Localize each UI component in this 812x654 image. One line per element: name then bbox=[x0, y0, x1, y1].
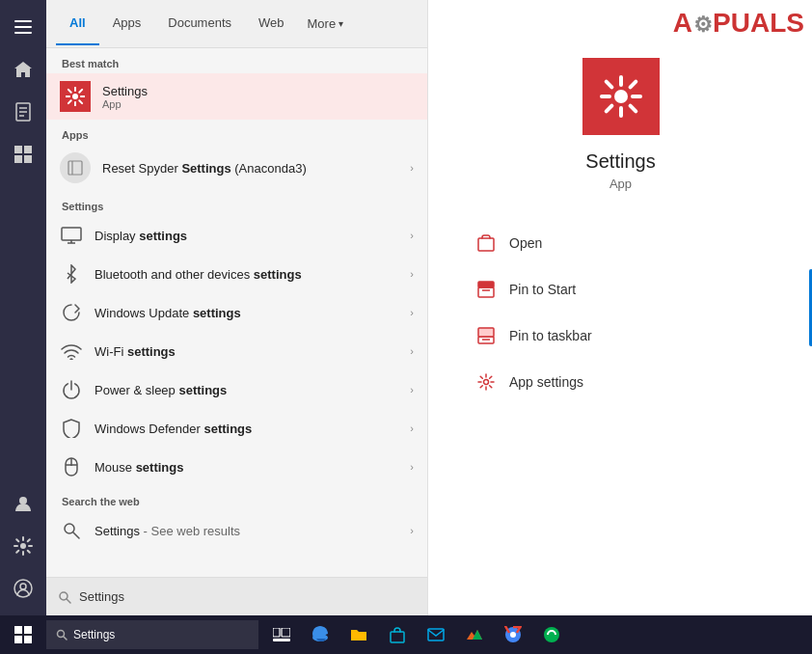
taskbar-task-view[interactable] bbox=[264, 617, 299, 652]
svg-point-21 bbox=[70, 359, 72, 360]
update-icon bbox=[60, 301, 83, 324]
results-list: Best match Settings App Apps bbox=[46, 48, 427, 577]
wifi-arrow-icon: › bbox=[410, 345, 414, 357]
defender-icon bbox=[60, 417, 83, 440]
pin-start-action[interactable]: Pin to Start bbox=[467, 268, 774, 311]
tab-documents[interactable]: Documents bbox=[154, 2, 245, 45]
mouse-settings-item[interactable]: Mouse settings › bbox=[46, 448, 427, 486]
display-arrow-icon: › bbox=[410, 230, 414, 241]
svg-rect-0 bbox=[14, 20, 32, 22]
web-search-item[interactable]: Settings - See web results › bbox=[46, 511, 427, 550]
open-icon bbox=[474, 232, 498, 255]
svg-rect-9 bbox=[14, 155, 22, 163]
mouse-settings-name: Mouse settings bbox=[95, 460, 398, 475]
svg-point-37 bbox=[484, 380, 489, 385]
spyder-icon bbox=[60, 152, 91, 183]
taskbar-mail[interactable] bbox=[419, 617, 453, 652]
detail-actions: Open Pin to Start Pin to t bbox=[428, 222, 812, 403]
svg-point-52 bbox=[544, 627, 559, 642]
pin-start-icon bbox=[474, 278, 498, 301]
mouse-arrow-icon: › bbox=[410, 461, 414, 473]
svg-rect-31 bbox=[478, 287, 494, 297]
display-icon bbox=[60, 224, 83, 247]
power-settings-text: Power & sleep settings bbox=[95, 383, 398, 397]
open-action[interactable]: Open bbox=[467, 222, 774, 264]
update-settings-item[interactable]: Windows Update settings › bbox=[46, 293, 427, 332]
bluetooth-arrow-icon: › bbox=[410, 268, 414, 280]
start-button[interactable] bbox=[0, 615, 46, 654]
taskbar-chrome[interactable] bbox=[496, 617, 530, 652]
best-match-text: Settings App bbox=[102, 84, 414, 110]
taskbar-search-input[interactable] bbox=[73, 628, 228, 641]
app-settings-label: App settings bbox=[509, 374, 583, 390]
display-settings-name: Display settings bbox=[95, 229, 398, 243]
svg-rect-2 bbox=[14, 32, 32, 34]
power-icon bbox=[60, 378, 83, 401]
documents-icon[interactable] bbox=[4, 93, 42, 131]
hamburger-icon[interactable] bbox=[4, 8, 42, 46]
svg-point-42 bbox=[58, 631, 65, 638]
user-icon[interactable] bbox=[4, 484, 42, 523]
svg-point-15 bbox=[72, 94, 78, 99]
spyder-reset-item[interactable]: Reset Spyder Settings (Anaconda3) › bbox=[46, 145, 427, 191]
svg-rect-48 bbox=[391, 632, 404, 642]
svg-rect-7 bbox=[14, 146, 22, 153]
taskbar-matlab[interactable] bbox=[457, 617, 492, 652]
wifi-settings-item[interactable]: Wi-Fi settings › bbox=[46, 332, 427, 370]
taskbar-edge[interactable] bbox=[303, 617, 338, 652]
pin-start-label: Pin to Start bbox=[509, 282, 576, 297]
defender-settings-text: Windows Defender settings bbox=[95, 422, 398, 436]
app-settings-action[interactable]: App settings bbox=[467, 361, 774, 403]
search-tabs: All Apps Documents Web More ▾ bbox=[46, 0, 427, 48]
svg-line-43 bbox=[64, 637, 67, 640]
pin-taskbar-label: Pin to taskbar bbox=[509, 328, 592, 343]
settings-app-icon bbox=[60, 81, 91, 112]
taskbar-search-icon bbox=[56, 629, 68, 640]
display-settings-text: Display settings bbox=[95, 229, 398, 243]
svg-rect-39 bbox=[24, 626, 32, 634]
apps-section-label: Apps bbox=[46, 120, 427, 145]
detail-title: Settings bbox=[585, 150, 655, 173]
bluetooth-icon bbox=[60, 262, 83, 286]
wifi-settings-text: Wi-Fi settings bbox=[95, 344, 398, 359]
taskbar-green-app[interactable] bbox=[534, 617, 569, 652]
tab-more[interactable]: More ▾ bbox=[298, 3, 354, 44]
bluetooth-settings-item[interactable]: Bluetooth and other devices settings › bbox=[46, 255, 427, 293]
mouse-settings-text: Mouse settings bbox=[95, 460, 398, 475]
apps-grid-icon[interactable] bbox=[4, 135, 42, 174]
svg-rect-49 bbox=[428, 629, 444, 640]
best-match-item[interactable]: Settings App bbox=[46, 73, 427, 120]
mouse-icon bbox=[60, 455, 83, 478]
taskbar-store[interactable] bbox=[380, 617, 415, 652]
pin-taskbar-icon bbox=[474, 324, 498, 347]
display-settings-item[interactable]: Display settings › bbox=[46, 216, 427, 255]
update-settings-text: Windows Update settings bbox=[95, 306, 398, 320]
open-label: Open bbox=[509, 235, 542, 251]
search-input[interactable] bbox=[79, 589, 416, 604]
taskbar-explorer[interactable] bbox=[341, 617, 376, 652]
svg-rect-46 bbox=[273, 639, 290, 641]
defender-settings-item[interactable]: Windows Defender settings › bbox=[46, 409, 427, 448]
pin-taskbar-action[interactable]: Pin to taskbar bbox=[467, 314, 774, 357]
taskbar-search-box bbox=[46, 620, 258, 649]
user-circle-icon[interactable] bbox=[4, 569, 42, 608]
search-bar bbox=[46, 577, 427, 615]
svg-point-51 bbox=[510, 632, 516, 638]
svg-rect-10 bbox=[24, 155, 32, 163]
tab-web[interactable]: Web bbox=[245, 2, 298, 45]
taskbar-apps bbox=[264, 617, 569, 652]
bluetooth-settings-name: Bluetooth and other devices settings bbox=[95, 267, 398, 282]
tab-apps[interactable]: Apps bbox=[99, 2, 155, 45]
detail-panel: Settings App Open Pin to Start bbox=[427, 0, 812, 615]
svg-rect-30 bbox=[478, 238, 494, 251]
home-icon[interactable] bbox=[4, 50, 42, 89]
detail-app-icon bbox=[582, 58, 660, 135]
settings-sidebar-icon[interactable] bbox=[4, 527, 42, 565]
svg-rect-40 bbox=[14, 636, 22, 643]
svg-rect-18 bbox=[62, 228, 81, 240]
defender-arrow-icon: › bbox=[410, 422, 414, 434]
defender-settings-name: Windows Defender settings bbox=[95, 422, 398, 436]
power-settings-item[interactable]: Power & sleep settings › bbox=[46, 370, 427, 409]
best-match-label: Best match bbox=[46, 48, 427, 73]
tab-all[interactable]: All bbox=[56, 2, 99, 45]
